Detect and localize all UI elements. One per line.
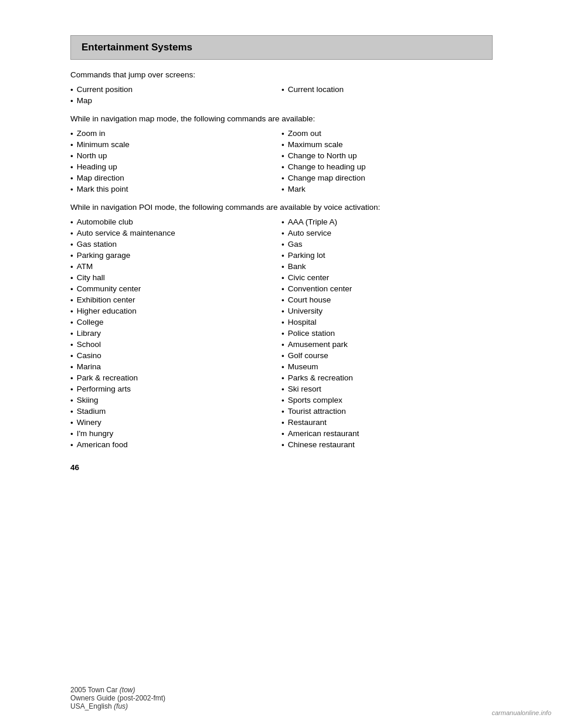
list-item: • American food	[70, 440, 282, 450]
item-text: Casino	[77, 351, 101, 360]
bullet-icon: •	[282, 407, 284, 416]
list-item: • Sports complex	[282, 396, 493, 405]
list-item: • North up	[70, 151, 282, 161]
section-header: Entertainment Systems	[70, 35, 493, 60]
list-item: • College	[70, 318, 282, 327]
bullet-icon: •	[70, 396, 73, 405]
list-item: • Parks & recreation	[282, 373, 493, 383]
item-text: Community center	[77, 284, 141, 293]
item-text: City hall	[77, 273, 105, 282]
item-text: AAA (Triple A)	[288, 217, 337, 226]
bullet-icon: •	[70, 385, 73, 394]
bullet-icon: •	[282, 307, 284, 316]
list-item: • Police station	[282, 329, 493, 338]
item-text: Parking lot	[288, 251, 325, 260]
list-item: • Performing arts	[70, 385, 282, 394]
bullet-icon: •	[282, 141, 284, 149]
jump-commands-right: • Current location	[282, 85, 493, 107]
poi-commands-list: • Automobile club • Auto service & maint…	[70, 217, 493, 451]
item-text: Ski resort	[288, 385, 321, 393]
item-text: School	[77, 340, 101, 349]
item-text: Gas	[288, 240, 303, 249]
bullet-icon: •	[282, 263, 284, 271]
item-text: Change to heading up	[288, 162, 366, 171]
item-text: Map	[77, 96, 92, 105]
nav-poi-intro: While in navigation POI mode, the follow…	[70, 203, 493, 212]
bullet-icon: •	[70, 274, 73, 283]
list-item: • Auto service & maintenance	[70, 229, 282, 238]
list-item: • Current location	[282, 85, 493, 94]
bullet-icon: •	[282, 363, 284, 372]
bullet-icon: •	[282, 274, 284, 283]
footer-line-3: USA_English (fus)	[70, 702, 165, 710]
bullet-icon: •	[70, 263, 73, 271]
poi-commands-right: • AAA (Triple A) • Auto service • Gas • …	[282, 217, 493, 451]
list-item: • Golf course	[282, 351, 493, 360]
list-item: • School	[70, 340, 282, 349]
item-text: Chinese restaurant	[288, 440, 355, 449]
bullet-icon: •	[70, 341, 73, 349]
list-item: • Community center	[70, 284, 282, 294]
list-item: • Chinese restaurant	[282, 440, 493, 450]
jump-commands-list: • Current position • Map • Current locat…	[70, 85, 493, 107]
bullet-icon: •	[282, 218, 284, 227]
item-text: Court house	[288, 295, 331, 304]
bullet-icon: •	[70, 251, 73, 260]
bullet-icon: •	[70, 141, 73, 149]
list-item: • Mark this point	[70, 185, 282, 194]
footer-guide: Owners Guide (post-2002-fmt)	[70, 694, 165, 702]
nav-map-intro: While in navigation map mode, the follow…	[70, 114, 493, 123]
list-item: • Auto service	[282, 229, 493, 238]
bullet-icon: •	[70, 285, 73, 294]
item-text: American restaurant	[288, 429, 359, 438]
list-item: • I'm hungry	[70, 429, 282, 438]
bullet-icon: •	[282, 385, 284, 394]
bullet-icon: •	[70, 240, 73, 249]
item-text: Change to North up	[288, 151, 357, 160]
bullet-icon: •	[282, 296, 284, 305]
item-text: Skiing	[77, 396, 99, 404]
bullet-icon: •	[70, 185, 73, 194]
list-item: • Mark	[282, 185, 493, 194]
list-item: • Civic center	[282, 273, 493, 283]
list-item: • Current position	[70, 85, 282, 94]
bullet-icon: •	[282, 329, 284, 338]
item-text: ATM	[77, 262, 93, 271]
bullet-icon: •	[70, 329, 73, 338]
item-text: Parking garage	[77, 251, 131, 260]
item-text: Gas station	[77, 240, 117, 249]
item-text: Bank	[288, 262, 306, 271]
bullet-icon: •	[70, 152, 73, 161]
bullet-icon: •	[282, 285, 284, 294]
watermark: carmanualonline.info	[491, 709, 551, 716]
map-commands-left: • Zoom in • Minimum scale • North up • H…	[70, 129, 282, 196]
bullet-icon: •	[70, 97, 73, 106]
list-item: • Exhibition center	[70, 295, 282, 305]
list-item: • Parking lot	[282, 251, 493, 260]
bullet-icon: •	[70, 307, 73, 316]
item-text: College	[77, 318, 104, 326]
bullet-icon: •	[282, 430, 284, 438]
bullet-icon: •	[282, 352, 284, 360]
bullet-icon: •	[70, 441, 73, 450]
bullet-icon: •	[282, 419, 284, 427]
list-item: • ATM	[70, 262, 282, 271]
footer-edition: (tow)	[120, 686, 135, 694]
footer-lang: (fus)	[114, 702, 128, 710]
page-number: 46	[70, 463, 493, 472]
item-text: Heading up	[77, 162, 117, 171]
bullet-icon: •	[70, 229, 73, 238]
list-item: • Zoom out	[282, 129, 493, 138]
list-item: • Map	[70, 96, 282, 106]
item-text: Stadium	[77, 407, 106, 416]
list-item: • Parking garage	[70, 251, 282, 260]
map-commands-list: • Zoom in • Minimum scale • North up • H…	[70, 129, 493, 196]
item-text: Golf course	[288, 351, 328, 360]
item-text: Maximum scale	[288, 140, 343, 149]
list-item: • Maximum scale	[282, 140, 493, 149]
list-item: • Stadium	[70, 407, 282, 416]
bullet-icon: •	[282, 341, 284, 349]
item-text: Current location	[288, 85, 344, 94]
list-item: • Casino	[70, 351, 282, 360]
list-item: • Park & recreation	[70, 373, 282, 383]
